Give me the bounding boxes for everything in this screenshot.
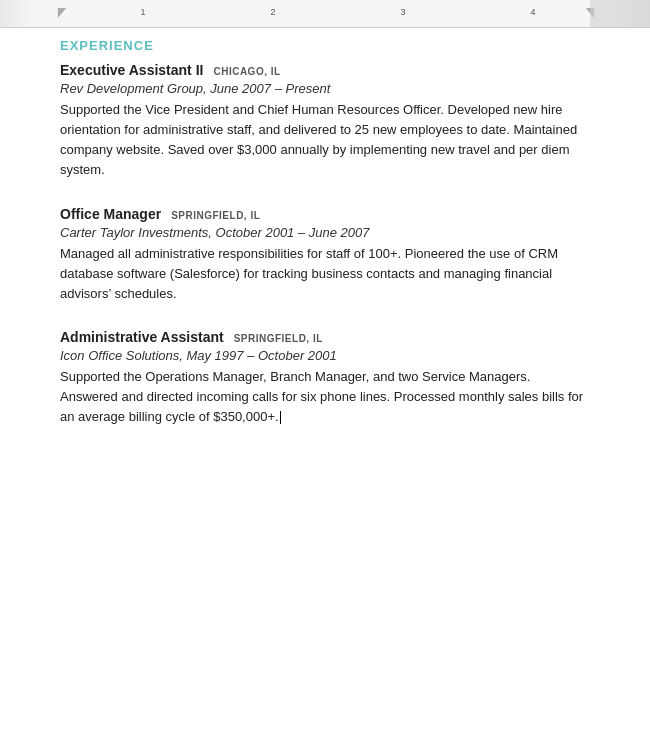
job-description-2: Managed all administrative responsibilit…: [60, 244, 590, 304]
job-title-2: Office Manager: [60, 206, 161, 222]
job-title-3: Administrative Assistant: [60, 329, 224, 345]
job-header-2: Office Manager SPRINGFIELD, IL: [60, 205, 590, 223]
ruler-mark-1: 1: [140, 7, 145, 17]
job-description-3: Supported the Operations Manager, Branch…: [60, 367, 590, 427]
job-title-1: Executive Assistant II: [60, 62, 203, 78]
job-location-2: SPRINGFIELD, IL: [171, 210, 260, 221]
job-company-2: Carter Taylor Investments, October 2001 …: [60, 225, 590, 240]
document: 1 2 3 4 EXPERIENCE Executive Assistant I…: [0, 0, 650, 744]
job-location-3: SPRINGFIELD, IL: [234, 333, 323, 344]
job-header-1: Executive Assistant II CHICAGO, IL: [60, 61, 590, 79]
job-header-3: Administrative Assistant SPRINGFIELD, IL: [60, 328, 590, 346]
left-tab-stop[interactable]: [57, 4, 67, 14]
job-entry-1: Executive Assistant II CHICAGO, IL Rev D…: [60, 61, 590, 181]
ruler-mark-4: 4: [530, 7, 535, 17]
job-description-1: Supported the Vice President and Chief H…: [60, 100, 590, 181]
svg-marker-0: [58, 8, 66, 18]
job-entry-3: Administrative Assistant SPRINGFIELD, IL…: [60, 328, 590, 427]
job-company-3: Icon Office Solutions, May 1997 – Octobe…: [60, 348, 590, 363]
job-company-1: Rev Development Group, June 2007 – Prese…: [60, 81, 590, 96]
ruler-mark-3: 3: [400, 7, 405, 17]
job-location-1: CHICAGO, IL: [213, 66, 280, 77]
job-entry-2: Office Manager SPRINGFIELD, IL Carter Ta…: [60, 205, 590, 304]
ruler-mark-2: 2: [270, 7, 275, 17]
document-content: EXPERIENCE Executive Assistant II CHICAG…: [0, 28, 650, 481]
experience-section-title: EXPERIENCE: [60, 38, 590, 53]
ruler: 1 2 3 4: [0, 0, 650, 28]
